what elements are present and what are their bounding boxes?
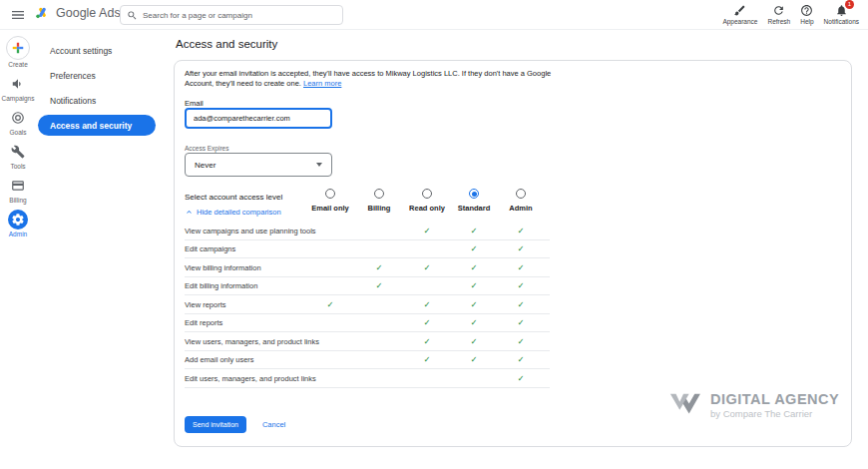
access-expires-select[interactable]: Never	[185, 153, 332, 177]
rail-item-label: Goals	[10, 129, 27, 136]
check-icon: ✓	[359, 280, 399, 290]
create-plus-icon	[6, 36, 30, 60]
rail-item-create[interactable]: Create	[6, 36, 30, 68]
access-level-radio-email-only[interactable]	[325, 189, 335, 199]
access-level-radio-standard[interactable]	[469, 189, 479, 199]
watermark: DIGITAL AGENCY by Compare The Carrier	[664, 390, 839, 420]
cancel-button[interactable]: Cancel	[262, 420, 285, 429]
access-level-radios	[185, 189, 550, 201]
sidebar-item-access-and-security[interactable]: Access and security	[38, 115, 156, 136]
check-icon: ✓	[454, 354, 494, 364]
check-icon: ✓	[454, 280, 494, 290]
rail-item-billing[interactable]: Billing	[8, 176, 28, 204]
help-icon	[800, 4, 813, 17]
access-expires-label: Access Expires	[185, 145, 228, 152]
menu-icon[interactable]	[10, 7, 26, 23]
rail-item-label: Billing	[9, 197, 26, 204]
left-rail: CreateCampaignsGoalsToolsBillingAdmin	[0, 30, 36, 469]
check-icon: ✓	[501, 280, 541, 290]
check-icon: ✓	[501, 354, 541, 364]
goals-icon	[8, 108, 28, 128]
permission-row: View users, managers, and product links✓…	[185, 332, 550, 351]
notification-badge: 1	[845, 0, 854, 9]
search-input[interactable]	[143, 11, 336, 20]
permission-label: Edit billing information	[185, 281, 257, 290]
rail-item-label: Tools	[10, 163, 25, 170]
dropdown-caret-icon	[316, 163, 322, 167]
rail-item-label: Create	[8, 61, 28, 68]
sidebar-item-notifications[interactable]: Notifications	[38, 90, 156, 111]
check-icon: ✓	[501, 243, 541, 253]
permission-label: Add email only users	[185, 355, 254, 364]
topbar-action-appearance[interactable]: Appearance	[717, 2, 762, 27]
check-icon: ✓	[454, 299, 494, 309]
rail-item-tools[interactable]: Tools	[8, 142, 28, 170]
rail-item-label: Admin	[9, 231, 27, 237]
check-icon: ✓	[501, 336, 541, 346]
permission-row: Add email only users✓✓✓	[185, 351, 550, 370]
permission-row: View billing information✓✓✓✓	[185, 258, 550, 277]
send-invitation-button[interactable]: Send invitation	[185, 416, 246, 433]
permission-row: Edit reports✓✓✓	[185, 314, 550, 333]
topbar-action-help[interactable]: Help	[795, 2, 818, 27]
rail-item-campaigns[interactable]: Campaigns	[2, 74, 35, 102]
topbar-action-label: Refresh	[767, 18, 790, 25]
email-input[interactable]	[185, 108, 332, 129]
permission-row: Edit users, managers, and product links✓	[185, 369, 550, 388]
check-icon: ✓	[407, 317, 447, 327]
permission-label: View users, managers, and product links	[185, 336, 319, 345]
learn-more-link[interactable]: Learn more	[303, 79, 341, 88]
check-icon: ✓	[501, 373, 541, 383]
access-level-radio-read-only[interactable]	[422, 189, 432, 199]
rail-item-label: Campaigns	[2, 95, 35, 102]
topbar-action-label: Appearance	[722, 18, 757, 25]
permissions-table: View campaigns and use planning tools✓✓✓…	[185, 222, 550, 388]
permission-row: Edit campaigns✓✓	[185, 240, 550, 259]
sidebar-item-account-settings[interactable]: Account settings	[38, 40, 156, 61]
access-level-radio-billing[interactable]	[374, 189, 384, 199]
campaigns-icon	[8, 74, 28, 94]
topbar-action-notifications[interactable]: 1Notifications	[819, 2, 864, 27]
rail-item-goals[interactable]: Goals	[8, 108, 28, 136]
hide-comparison-link[interactable]: Hide detailed comparison	[185, 208, 281, 217]
intro-copy: After your email invitation is accepted,…	[185, 69, 551, 88]
permission-label: Edit reports	[185, 318, 222, 327]
permission-label: Edit users, managers, and product links	[185, 373, 316, 382]
chevron-up-icon	[185, 208, 194, 217]
check-icon: ✓	[454, 317, 494, 327]
app-root: Google Ads AppearanceRefreshHelp1Notific…	[0, 0, 868, 469]
permission-row: View campaigns and use planning tools✓✓✓	[185, 222, 550, 240]
intro-text: After your email invitation is accepted,…	[185, 69, 572, 89]
refresh-icon	[772, 4, 785, 17]
appearance-icon	[733, 4, 746, 17]
google-ads-logo[interactable]: Google Ads	[34, 5, 121, 21]
check-icon: ✓	[407, 262, 447, 272]
permission-row: View reports✓✓✓✓	[185, 295, 550, 314]
check-icon: ✓	[407, 299, 447, 309]
check-icon: ✓	[407, 354, 447, 364]
access-level-radio-admin[interactable]	[516, 189, 526, 199]
rail-item-admin[interactable]: Admin	[8, 210, 28, 237]
admin-gear-icon	[8, 210, 28, 230]
topbar-action-refresh[interactable]: Refresh	[762, 2, 795, 27]
topbar-actions: AppearanceRefreshHelp1Notifications	[717, 2, 864, 27]
brand-name: Google Ads	[56, 6, 121, 20]
check-icon: ✓	[407, 336, 447, 346]
permission-label: Edit campaigns	[185, 244, 235, 253]
check-icon: ✓	[310, 299, 350, 309]
sidebar-item-preferences[interactable]: Preferences	[38, 65, 156, 86]
check-icon: ✓	[359, 262, 399, 272]
topbar: Google Ads AppearanceRefreshHelp1Notific…	[0, 0, 868, 30]
watermark-text: DIGITAL AGENCY by Compare The Carrier	[710, 391, 839, 419]
permission-row: Edit billing information✓✓✓	[185, 277, 550, 296]
access-expires-value: Never	[195, 161, 216, 170]
settings-sidebar: Account settingsPreferencesNotifications…	[36, 30, 164, 469]
hide-comparison-label: Hide detailed comparison	[197, 208, 281, 217]
search-icon	[127, 10, 138, 21]
access-level-column-admin: Admin	[491, 204, 551, 213]
watermark-subtitle: by Compare The Carrier	[710, 408, 839, 419]
check-icon: ✓	[407, 226, 447, 235]
email-label: Email	[185, 99, 204, 108]
search-box[interactable]	[120, 5, 343, 25]
topbar-action-label: Notifications	[824, 18, 859, 25]
